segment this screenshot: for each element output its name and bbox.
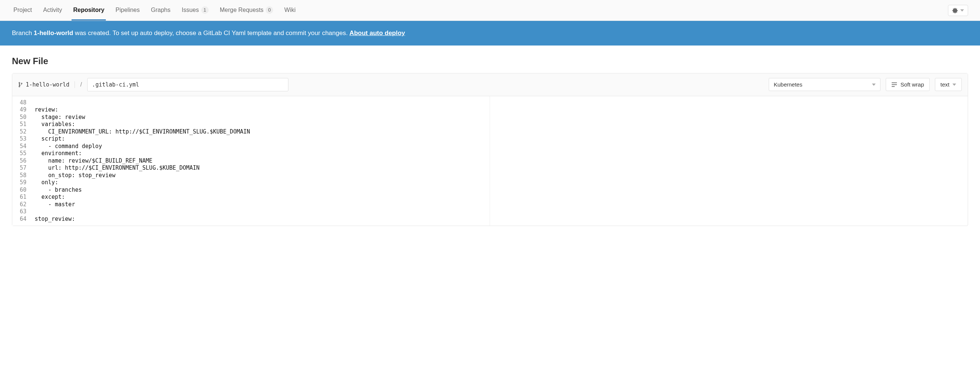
nav-tab-repository[interactable]: Repository <box>72 0 106 21</box>
code-lines[interactable]: review: stage: review variables: CI_ENVI… <box>32 96 255 226</box>
chevron-down-icon <box>872 83 876 86</box>
code-line: url: http://$CI_ENVIRONMENT_SLUG.$KUBE_D… <box>35 164 250 172</box>
banner-middle: was created. To set up auto deploy, choo… <box>73 29 349 37</box>
softwrap-icon <box>891 82 897 87</box>
code-line: on_stop: stop_review <box>35 172 250 179</box>
nav-tab-wiki[interactable]: Wiki <box>283 0 297 21</box>
gear-icon <box>952 8 958 13</box>
about-auto-deploy-link[interactable]: About auto deploy <box>350 29 405 37</box>
nav-tab-label: Repository <box>73 7 104 13</box>
line-number: 54 <box>20 143 29 150</box>
nav-tab-activity[interactable]: Activity <box>42 0 64 21</box>
code-line <box>35 208 250 215</box>
line-number: 62 <box>20 201 29 209</box>
branch-name: 1-hello-world <box>26 81 69 88</box>
nav-tab-label: Project <box>13 7 32 13</box>
branch-icon <box>18 82 23 88</box>
line-number: 48 <box>20 99 29 107</box>
line-number: 56 <box>20 157 29 165</box>
banner-prefix: Branch <box>12 29 34 37</box>
code-line: stage: review <box>35 114 250 121</box>
chevron-down-icon <box>953 83 956 86</box>
line-number: 61 <box>20 193 29 201</box>
mode-select[interactable]: text <box>935 78 962 91</box>
line-number: 52 <box>20 128 29 136</box>
code-right-pane <box>490 96 968 226</box>
line-number: 53 <box>20 136 29 143</box>
line-number: 57 <box>20 164 29 172</box>
nav-tab-label: Issues <box>181 7 199 13</box>
code-line: - master <box>35 201 250 209</box>
line-number: 58 <box>20 172 29 179</box>
branch-chip: 1-hello-world <box>18 81 75 88</box>
line-number: 50 <box>20 114 29 121</box>
code-line: - branches <box>35 187 250 194</box>
nav-items: ProjectActivityRepositoryPipelinesGraphs… <box>12 0 948 21</box>
code-line: script: <box>35 136 250 143</box>
info-banner: Branch 1-hello-world was created. To set… <box>0 21 980 46</box>
nav-tab-label: Pipelines <box>116 7 140 13</box>
softwrap-button[interactable]: Soft wrap <box>886 78 929 91</box>
template-select-value: Kubernetes <box>773 81 802 88</box>
filename-input[interactable] <box>87 78 288 91</box>
nav-tab-issues[interactable]: Issues1 <box>180 0 210 21</box>
count-badge: 1 <box>201 6 209 14</box>
nav-tab-pipelines[interactable]: Pipelines <box>114 0 141 21</box>
code-line: review: <box>35 106 250 114</box>
code-line: stop_review: <box>35 215 250 223</box>
code-left-pane: 4849505152535455565758596061626364 revie… <box>12 96 490 226</box>
line-number: 59 <box>20 179 29 187</box>
top-nav: ProjectActivityRepositoryPipelinesGraphs… <box>0 0 980 21</box>
nav-tab-label: Activity <box>43 7 62 13</box>
settings-button[interactable] <box>948 5 968 16</box>
path-separator: / <box>80 81 82 88</box>
line-number: 55 <box>20 150 29 157</box>
line-number: 49 <box>20 106 29 114</box>
nav-tab-label: Wiki <box>284 7 296 13</box>
softwrap-label: Soft wrap <box>900 81 924 88</box>
line-number: 60 <box>20 187 29 194</box>
file-toolbar: 1-hello-world / Kubernetes Soft wrap tex… <box>12 73 968 96</box>
code-line: except: <box>35 193 250 201</box>
file-panel: 1-hello-world / Kubernetes Soft wrap tex… <box>12 73 968 227</box>
code-line: name: review/$CI_BUILD_REF_NAME <box>35 157 250 165</box>
line-number: 63 <box>20 208 29 215</box>
line-number: 51 <box>20 121 29 128</box>
nav-tab-label: Graphs <box>151 7 170 13</box>
code-line <box>35 99 250 107</box>
code-line: environment: <box>35 150 250 157</box>
chevron-down-icon <box>960 9 964 11</box>
code-line: variables: <box>35 121 250 128</box>
line-gutter: 4849505152535455565758596061626364 <box>12 96 32 226</box>
nav-tab-project[interactable]: Project <box>12 0 33 21</box>
nav-tab-merge-requests[interactable]: Merge Requests0 <box>218 0 275 21</box>
nav-tab-label: Merge Requests <box>220 7 263 13</box>
nav-right <box>948 5 968 16</box>
count-badge: 0 <box>266 6 273 14</box>
page-title: New File <box>0 46 980 73</box>
code-line: - command deploy <box>35 143 250 150</box>
line-number: 64 <box>20 215 29 223</box>
mode-select-value: text <box>940 81 950 88</box>
nav-tab-graphs[interactable]: Graphs <box>150 0 172 21</box>
banner-branch: 1-hello-world <box>34 29 73 37</box>
template-select[interactable]: Kubernetes <box>769 78 880 91</box>
code-editor[interactable]: 4849505152535455565758596061626364 revie… <box>12 96 968 226</box>
code-line: CI_ENVIRONMENT_URL: http://$CI_ENVIRONME… <box>35 128 250 136</box>
code-line: only: <box>35 179 250 187</box>
